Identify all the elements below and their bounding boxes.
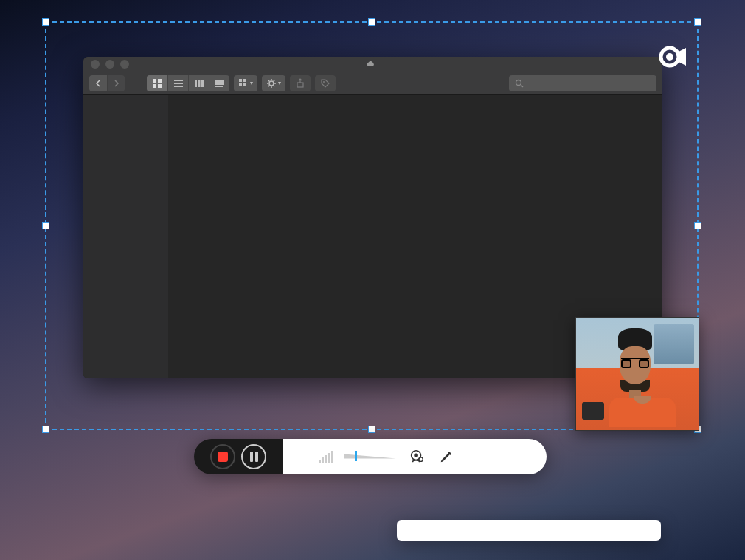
resize-handle[interactable] [694, 222, 701, 229]
svg-rect-19 [243, 83, 246, 86]
svg-point-22 [323, 81, 325, 83]
svg-rect-4 [153, 84, 156, 88]
svg-point-20 [269, 81, 274, 86]
pen-icon [438, 449, 454, 465]
stop-icon [218, 452, 228, 462]
watermark-camera-icon [658, 41, 687, 73]
tag-icon [320, 78, 330, 89]
svg-rect-16 [239, 79, 242, 82]
window-titlebar[interactable] [83, 57, 662, 72]
svg-rect-15 [221, 86, 224, 87]
svg-rect-6 [174, 80, 183, 81]
arrange-button[interactable]: ▾ [234, 75, 257, 91]
svg-rect-17 [243, 79, 246, 82]
svg-rect-5 [158, 84, 162, 88]
annotation-toolbar [397, 520, 661, 541]
resize-handle[interactable] [694, 18, 701, 26]
gear-icon [266, 78, 277, 89]
svg-rect-14 [218, 86, 221, 87]
svg-rect-7 [174, 83, 183, 84]
svg-rect-8 [174, 86, 183, 87]
webcam-toggle-button[interactable] [408, 448, 426, 466]
gallery-view-button[interactable] [209, 75, 229, 91]
svg-rect-10 [198, 80, 200, 87]
svg-rect-12 [215, 80, 224, 85]
annotate-button[interactable] [437, 448, 455, 466]
svg-rect-18 [239, 83, 242, 86]
svg-point-1 [666, 53, 673, 61]
share-button[interactable] [290, 75, 311, 91]
window-title [83, 59, 662, 69]
svg-rect-2 [153, 79, 156, 83]
audio-level-meter [319, 451, 333, 463]
resize-handle[interactable] [368, 18, 375, 26]
view-mode-segmented [147, 75, 229, 91]
svg-point-23 [516, 80, 522, 85]
cloud-icon [366, 59, 376, 69]
search-input[interactable] [509, 75, 656, 91]
svg-rect-3 [158, 79, 162, 83]
resize-handle[interactable] [42, 18, 49, 26]
resize-handle[interactable] [368, 426, 375, 433]
svg-point-25 [414, 453, 418, 457]
svg-rect-13 [215, 86, 218, 87]
recording-hud [194, 439, 547, 474]
icon-view-button[interactable] [147, 75, 167, 91]
webcam-icon [409, 449, 425, 465]
tags-button[interactable] [315, 75, 336, 91]
svg-rect-9 [195, 80, 197, 87]
back-button[interactable] [89, 75, 107, 91]
stop-recording-button[interactable] [210, 444, 235, 469]
volume-slider[interactable] [344, 453, 396, 460]
toolbar: ▾ ▾ [83, 72, 662, 95]
sidebar [83, 95, 168, 378]
pause-recording-button[interactable] [241, 444, 266, 469]
svg-rect-11 [201, 80, 204, 87]
list-view-button[interactable] [167, 75, 188, 91]
resize-handle[interactable] [42, 426, 49, 433]
column-view-button[interactable] [188, 75, 209, 91]
watermark [658, 41, 692, 73]
webcam-overlay[interactable] [575, 317, 699, 431]
resize-handle[interactable] [42, 222, 49, 229]
search-icon [515, 79, 524, 88]
share-icon [295, 78, 305, 89]
action-button[interactable]: ▾ [262, 75, 285, 91]
forward-button[interactable] [107, 75, 125, 91]
